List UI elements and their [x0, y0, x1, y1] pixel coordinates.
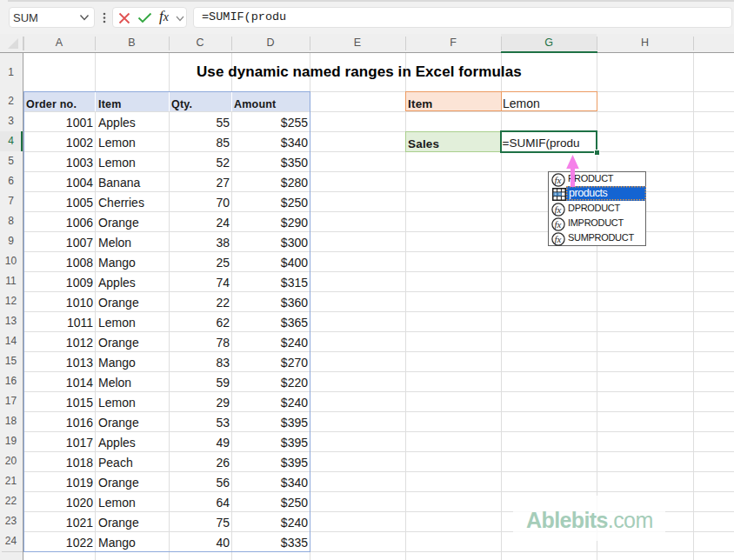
- svg-text:fx: fx: [554, 219, 561, 230]
- svg-text:fx: fx: [554, 175, 561, 185]
- svg-text:fx: fx: [554, 204, 561, 215]
- svg-text:fx: fx: [554, 234, 561, 244]
